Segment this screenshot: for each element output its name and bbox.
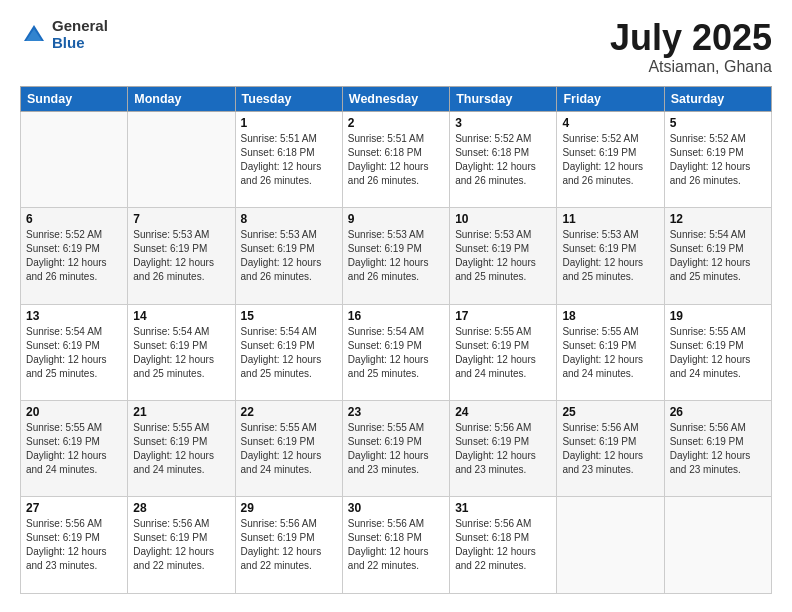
cell-info: Sunrise: 5:52 AM Sunset: 6:19 PM Dayligh… bbox=[26, 228, 122, 284]
day-number: 13 bbox=[26, 309, 122, 323]
day-number: 3 bbox=[455, 116, 551, 130]
day-number: 27 bbox=[26, 501, 122, 515]
day-number: 10 bbox=[455, 212, 551, 226]
cell-info: Sunrise: 5:52 AM Sunset: 6:18 PM Dayligh… bbox=[455, 132, 551, 188]
table-cell: 20Sunrise: 5:55 AM Sunset: 6:19 PM Dayli… bbox=[21, 401, 128, 497]
week-row-1: 6Sunrise: 5:52 AM Sunset: 6:19 PM Daylig… bbox=[21, 208, 772, 304]
title-location: Atsiaman, Ghana bbox=[610, 58, 772, 76]
day-number: 2 bbox=[348, 116, 444, 130]
day-number: 26 bbox=[670, 405, 766, 419]
title-month: July 2025 bbox=[610, 18, 772, 58]
cell-info: Sunrise: 5:54 AM Sunset: 6:19 PM Dayligh… bbox=[348, 325, 444, 381]
table-cell bbox=[128, 111, 235, 207]
cell-info: Sunrise: 5:53 AM Sunset: 6:19 PM Dayligh… bbox=[348, 228, 444, 284]
cell-info: Sunrise: 5:54 AM Sunset: 6:19 PM Dayligh… bbox=[241, 325, 337, 381]
day-number: 24 bbox=[455, 405, 551, 419]
day-number: 8 bbox=[241, 212, 337, 226]
cell-info: Sunrise: 5:52 AM Sunset: 6:19 PM Dayligh… bbox=[670, 132, 766, 188]
day-number: 21 bbox=[133, 405, 229, 419]
cell-info: Sunrise: 5:53 AM Sunset: 6:19 PM Dayligh… bbox=[241, 228, 337, 284]
logo-general-text: General bbox=[52, 18, 108, 35]
cell-info: Sunrise: 5:56 AM Sunset: 6:19 PM Dayligh… bbox=[26, 517, 122, 573]
col-tuesday: Tuesday bbox=[235, 86, 342, 111]
cell-info: Sunrise: 5:55 AM Sunset: 6:19 PM Dayligh… bbox=[241, 421, 337, 477]
day-number: 16 bbox=[348, 309, 444, 323]
cell-info: Sunrise: 5:56 AM Sunset: 6:19 PM Dayligh… bbox=[562, 421, 658, 477]
col-monday: Monday bbox=[128, 86, 235, 111]
day-number: 5 bbox=[670, 116, 766, 130]
day-number: 29 bbox=[241, 501, 337, 515]
week-row-3: 20Sunrise: 5:55 AM Sunset: 6:19 PM Dayli… bbox=[21, 401, 772, 497]
week-row-2: 13Sunrise: 5:54 AM Sunset: 6:19 PM Dayli… bbox=[21, 304, 772, 400]
col-wednesday: Wednesday bbox=[342, 86, 449, 111]
logo: General Blue bbox=[20, 18, 108, 51]
table-cell bbox=[557, 497, 664, 594]
table-cell: 4Sunrise: 5:52 AM Sunset: 6:19 PM Daylig… bbox=[557, 111, 664, 207]
table-cell: 7Sunrise: 5:53 AM Sunset: 6:19 PM Daylig… bbox=[128, 208, 235, 304]
day-number: 31 bbox=[455, 501, 551, 515]
logo-icon bbox=[20, 21, 48, 49]
day-number: 1 bbox=[241, 116, 337, 130]
cell-info: Sunrise: 5:54 AM Sunset: 6:19 PM Dayligh… bbox=[133, 325, 229, 381]
table-cell: 10Sunrise: 5:53 AM Sunset: 6:19 PM Dayli… bbox=[450, 208, 557, 304]
cell-info: Sunrise: 5:56 AM Sunset: 6:19 PM Dayligh… bbox=[133, 517, 229, 573]
day-number: 19 bbox=[670, 309, 766, 323]
day-number: 20 bbox=[26, 405, 122, 419]
table-cell: 16Sunrise: 5:54 AM Sunset: 6:19 PM Dayli… bbox=[342, 304, 449, 400]
col-thursday: Thursday bbox=[450, 86, 557, 111]
day-number: 12 bbox=[670, 212, 766, 226]
table-cell: 31Sunrise: 5:56 AM Sunset: 6:18 PM Dayli… bbox=[450, 497, 557, 594]
table-cell: 27Sunrise: 5:56 AM Sunset: 6:19 PM Dayli… bbox=[21, 497, 128, 594]
week-row-0: 1Sunrise: 5:51 AM Sunset: 6:18 PM Daylig… bbox=[21, 111, 772, 207]
day-number: 9 bbox=[348, 212, 444, 226]
table-cell: 9Sunrise: 5:53 AM Sunset: 6:19 PM Daylig… bbox=[342, 208, 449, 304]
table-cell: 5Sunrise: 5:52 AM Sunset: 6:19 PM Daylig… bbox=[664, 111, 771, 207]
table-cell: 13Sunrise: 5:54 AM Sunset: 6:19 PM Dayli… bbox=[21, 304, 128, 400]
table-cell: 22Sunrise: 5:55 AM Sunset: 6:19 PM Dayli… bbox=[235, 401, 342, 497]
cell-info: Sunrise: 5:53 AM Sunset: 6:19 PM Dayligh… bbox=[455, 228, 551, 284]
calendar-header-row: Sunday Monday Tuesday Wednesday Thursday… bbox=[21, 86, 772, 111]
table-cell: 15Sunrise: 5:54 AM Sunset: 6:19 PM Dayli… bbox=[235, 304, 342, 400]
table-cell: 23Sunrise: 5:55 AM Sunset: 6:19 PM Dayli… bbox=[342, 401, 449, 497]
title-block: July 2025 Atsiaman, Ghana bbox=[610, 18, 772, 76]
day-number: 4 bbox=[562, 116, 658, 130]
table-cell: 28Sunrise: 5:56 AM Sunset: 6:19 PM Dayli… bbox=[128, 497, 235, 594]
cell-info: Sunrise: 5:56 AM Sunset: 6:19 PM Dayligh… bbox=[455, 421, 551, 477]
cell-info: Sunrise: 5:51 AM Sunset: 6:18 PM Dayligh… bbox=[241, 132, 337, 188]
header: General Blue July 2025 Atsiaman, Ghana bbox=[20, 18, 772, 76]
col-sunday: Sunday bbox=[21, 86, 128, 111]
cell-info: Sunrise: 5:55 AM Sunset: 6:19 PM Dayligh… bbox=[562, 325, 658, 381]
table-cell: 14Sunrise: 5:54 AM Sunset: 6:19 PM Dayli… bbox=[128, 304, 235, 400]
day-number: 23 bbox=[348, 405, 444, 419]
calendar-table: Sunday Monday Tuesday Wednesday Thursday… bbox=[20, 86, 772, 594]
day-number: 7 bbox=[133, 212, 229, 226]
table-cell bbox=[664, 497, 771, 594]
logo-text: General Blue bbox=[52, 18, 108, 51]
cell-info: Sunrise: 5:55 AM Sunset: 6:19 PM Dayligh… bbox=[670, 325, 766, 381]
table-cell: 18Sunrise: 5:55 AM Sunset: 6:19 PM Dayli… bbox=[557, 304, 664, 400]
cell-info: Sunrise: 5:55 AM Sunset: 6:19 PM Dayligh… bbox=[455, 325, 551, 381]
table-cell: 6Sunrise: 5:52 AM Sunset: 6:19 PM Daylig… bbox=[21, 208, 128, 304]
table-cell: 19Sunrise: 5:55 AM Sunset: 6:19 PM Dayli… bbox=[664, 304, 771, 400]
cell-info: Sunrise: 5:53 AM Sunset: 6:19 PM Dayligh… bbox=[133, 228, 229, 284]
week-row-4: 27Sunrise: 5:56 AM Sunset: 6:19 PM Dayli… bbox=[21, 497, 772, 594]
table-cell: 21Sunrise: 5:55 AM Sunset: 6:19 PM Dayli… bbox=[128, 401, 235, 497]
table-cell: 12Sunrise: 5:54 AM Sunset: 6:19 PM Dayli… bbox=[664, 208, 771, 304]
cell-info: Sunrise: 5:51 AM Sunset: 6:18 PM Dayligh… bbox=[348, 132, 444, 188]
table-cell: 1Sunrise: 5:51 AM Sunset: 6:18 PM Daylig… bbox=[235, 111, 342, 207]
cell-info: Sunrise: 5:55 AM Sunset: 6:19 PM Dayligh… bbox=[26, 421, 122, 477]
table-cell bbox=[21, 111, 128, 207]
table-cell: 26Sunrise: 5:56 AM Sunset: 6:19 PM Dayli… bbox=[664, 401, 771, 497]
cell-info: Sunrise: 5:56 AM Sunset: 6:19 PM Dayligh… bbox=[670, 421, 766, 477]
day-number: 18 bbox=[562, 309, 658, 323]
table-cell: 30Sunrise: 5:56 AM Sunset: 6:18 PM Dayli… bbox=[342, 497, 449, 594]
cell-info: Sunrise: 5:52 AM Sunset: 6:19 PM Dayligh… bbox=[562, 132, 658, 188]
col-friday: Friday bbox=[557, 86, 664, 111]
table-cell: 17Sunrise: 5:55 AM Sunset: 6:19 PM Dayli… bbox=[450, 304, 557, 400]
cell-info: Sunrise: 5:54 AM Sunset: 6:19 PM Dayligh… bbox=[670, 228, 766, 284]
day-number: 11 bbox=[562, 212, 658, 226]
day-number: 14 bbox=[133, 309, 229, 323]
col-saturday: Saturday bbox=[664, 86, 771, 111]
cell-info: Sunrise: 5:55 AM Sunset: 6:19 PM Dayligh… bbox=[348, 421, 444, 477]
table-cell: 8Sunrise: 5:53 AM Sunset: 6:19 PM Daylig… bbox=[235, 208, 342, 304]
